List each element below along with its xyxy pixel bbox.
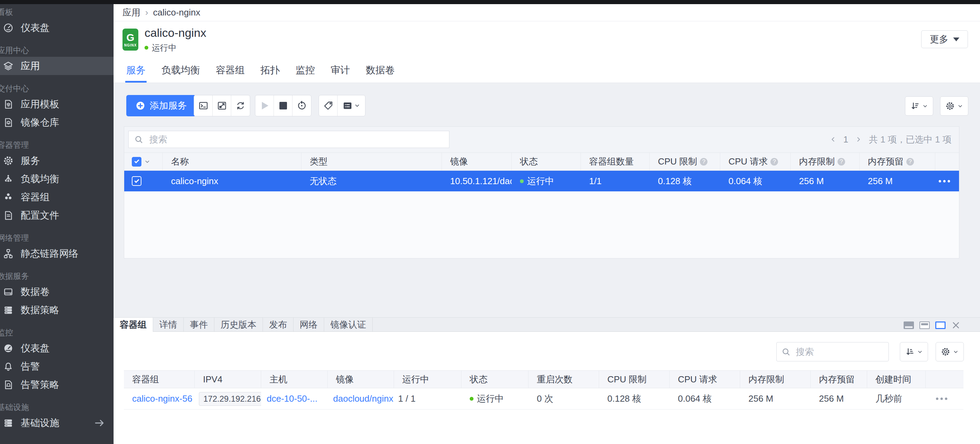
redeploy-button[interactable] <box>231 95 250 116</box>
sidebar-item-services[interactable]: 服务 <box>0 151 113 170</box>
chevron-down-icon <box>922 103 928 109</box>
panel-tab-image-auth[interactable]: 镜像认证 <box>324 318 373 331</box>
panel-tab-events[interactable]: 事件 <box>184 318 215 331</box>
panel-small-icon-active[interactable] <box>935 321 946 329</box>
sidebar-item-label: 应用模板 <box>21 98 59 111</box>
help-icon[interactable]: ? <box>770 158 778 166</box>
pod-settings-button[interactable] <box>935 342 964 361</box>
sidebar-item-label: 仪表盘 <box>21 342 49 355</box>
pagination-summary: 共 1 项，已选中 1 项 <box>869 134 951 146</box>
help-icon[interactable]: ? <box>906 158 914 166</box>
chevron-down-icon <box>953 349 959 355</box>
stop-icon <box>279 102 287 110</box>
terminal-button[interactable] <box>194 95 213 116</box>
panel-close-icon[interactable] <box>951 320 961 330</box>
tab-volumes[interactable]: 数据卷 <box>358 58 402 83</box>
sidebar-item-infrastructure[interactable]: 基础设施 <box>0 414 113 432</box>
tab-audit[interactable]: 审计 <box>323 58 358 83</box>
sidebar-item-label: 数据策略 <box>21 304 59 317</box>
sort-button[interactable] <box>905 96 933 116</box>
ipv4-tag: 172.29.192.216 <box>199 392 261 406</box>
select-all-checkbox[interactable] <box>132 157 142 167</box>
col-status: 状态 <box>461 371 528 388</box>
more-button[interactable]: 更多 <box>921 30 968 48</box>
scale-button[interactable] <box>213 95 231 116</box>
app-header: G NGINX calico-nginx 运行中 更多 <box>113 21 980 58</box>
restart-button[interactable] <box>293 95 311 116</box>
sidebar-section-container-mgmt: 容器管理 <box>0 140 113 150</box>
panel-half-icon[interactable] <box>920 321 930 329</box>
sidebar-item-applications[interactable]: 应用 <box>0 57 113 75</box>
check-icon <box>134 158 139 163</box>
sidebar-item-alert-policies[interactable]: 告警策略 <box>0 376 113 394</box>
sidebar-item-label: 镜像仓库 <box>21 116 59 129</box>
tab-monitoring[interactable]: 监控 <box>288 58 323 83</box>
sidebar-item-data-policies[interactable]: 数据策略 <box>0 301 113 319</box>
cell-mem-limit: 256 M <box>791 171 859 191</box>
image-link[interactable]: daocloud/nginx <box>333 393 393 404</box>
sidebar-item-data-volumes[interactable]: 数据卷 <box>0 283 113 301</box>
nginx-app-logo: G NGINX <box>123 29 138 51</box>
col-mem-limit: 内存限制 <box>740 371 811 388</box>
col-host: 主机 <box>261 371 328 388</box>
col-actions <box>926 371 964 388</box>
sidebar-item-image-registry[interactable]: 镜像仓库 <box>0 113 113 132</box>
doc-cube-icon <box>3 117 14 128</box>
cell-actions <box>926 388 964 409</box>
panel-tab-release[interactable]: 发布 <box>263 318 294 331</box>
pod-actions-menu[interactable] <box>936 398 947 400</box>
cell-running: 1 / 1 <box>394 388 461 409</box>
panel-tab-history[interactable]: 历史版本 <box>215 318 263 331</box>
help-icon[interactable]: ? <box>700 158 708 166</box>
tab-topology[interactable]: 拓扑 <box>253 58 288 83</box>
cell-actions <box>935 171 960 191</box>
gear-icon <box>941 347 950 356</box>
host-link[interactable]: dce-10-50-... <box>267 393 317 404</box>
sidebar-item-pods[interactable]: 容器组 <box>0 188 113 206</box>
row-checkbox[interactable] <box>132 176 142 186</box>
sidebar-item-monitor-dashboard[interactable]: 仪表盘 <box>0 339 113 357</box>
table-settings-button[interactable] <box>940 96 968 116</box>
scale-expand-icon <box>217 100 227 111</box>
service-row-selected[interactable]: calico-nginx 无状态 10.50.1.121/daoc 运行中 1/… <box>124 171 959 191</box>
tag-button[interactable] <box>319 95 337 116</box>
sidebar-item-load-balancing[interactable]: 负载均衡 <box>0 170 113 188</box>
pod-search-input[interactable] <box>776 342 889 361</box>
page-next-icon[interactable] <box>855 136 862 143</box>
sidebar-item-label: 应用 <box>21 60 40 73</box>
cell-image: 10.50.1.121/daoc <box>442 171 512 191</box>
cell-mem-limit: 256 M <box>740 388 811 409</box>
add-service-button[interactable]: 添加服务 <box>126 95 196 116</box>
pod-sort-button[interactable] <box>900 342 928 361</box>
sidebar-item-static-link-network[interactable]: 静态链路网络 <box>0 244 113 263</box>
sidebar-item-alerts[interactable]: 告警 <box>0 357 113 376</box>
tab-services[interactable]: 服务 <box>118 58 153 83</box>
sidebar-item-config-files[interactable]: 配置文件 <box>0 206 113 224</box>
sort-descending-icon <box>910 101 920 111</box>
breadcrumb-root[interactable]: 应用 <box>123 6 140 19</box>
sidebar-item-dashboard[interactable]: 仪表盘 <box>0 19 113 37</box>
help-icon[interactable]: ? <box>838 158 845 166</box>
pod-name-link[interactable]: calico-nginx-56 <box>132 393 192 404</box>
stop-button[interactable] <box>274 95 293 116</box>
cell-pod-name: calico-nginx-56 <box>124 388 195 409</box>
restart-icon <box>297 100 307 111</box>
arrow-right-icon[interactable] <box>94 417 105 429</box>
sidebar-item-app-templates[interactable]: 应用模板 <box>0 95 113 113</box>
start-button[interactable] <box>255 95 274 116</box>
tab-load-balancing[interactable]: 负载均衡 <box>153 58 208 83</box>
list-dropdown-button[interactable] <box>337 95 365 116</box>
tab-pods[interactable]: 容器组 <box>208 58 253 83</box>
panel-tab-network[interactable]: 网络 <box>294 318 324 331</box>
search-icon <box>781 347 791 356</box>
panel-maximize-icon[interactable] <box>904 321 914 329</box>
panel-tab-pods[interactable]: 容器组 <box>113 318 153 332</box>
sidebar: 看板 仪表盘 应用中心 应用 交付中心 应用模板 镜像仓库 容器管理 服务 负载… <box>0 4 113 444</box>
service-search-input[interactable] <box>128 131 449 148</box>
status-text: 运行中 <box>152 42 177 53</box>
panel-tab-details[interactable]: 详情 <box>153 318 184 331</box>
checkbox-dropdown-icon[interactable] <box>144 159 150 165</box>
col-restarts: 重启次数 <box>528 371 599 388</box>
row-actions-menu[interactable] <box>939 180 950 182</box>
page-prev-icon[interactable] <box>830 136 837 143</box>
